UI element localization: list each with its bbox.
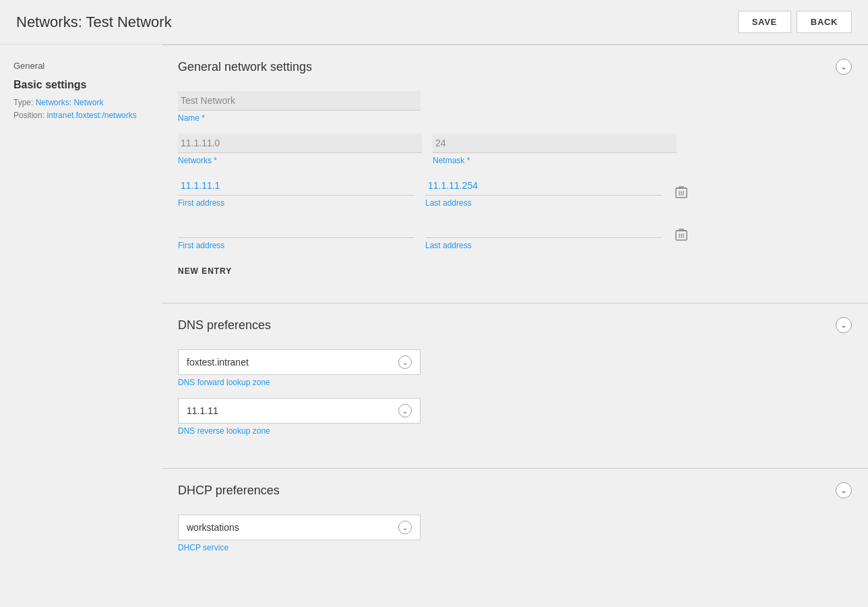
last-address-label-1: Last address	[425, 198, 662, 208]
dhcp-preferences-body: workstations ⌄ DHCP service	[162, 507, 868, 585]
dhcp-service-dropdown[interactable]: workstations ⌄	[178, 515, 421, 540]
dns-preferences-collapse-icon[interactable]: ⌄	[836, 317, 852, 333]
new-entry-button[interactable]: NEW ENTRY	[178, 261, 232, 281]
dhcp-service-chevron-icon: ⌄	[398, 521, 412, 534]
dns-reverse-wrapper: 11.1.11 ⌄ DNS reverse lookup zone	[178, 398, 421, 436]
last-address-group-1: Last address	[425, 176, 662, 208]
dhcp-service-value: workstations	[187, 522, 239, 533]
dns-forward-label: DNS forward lookup zone	[178, 378, 421, 387]
netmask-form-group: Netmask	[433, 134, 677, 165]
save-button[interactable]: SAVE	[738, 11, 791, 33]
sidebar-group-title: Basic settings	[13, 79, 148, 91]
dhcp-service-wrapper: workstations ⌄ DHCP service	[178, 515, 421, 552]
type-label: Type:	[13, 98, 33, 107]
page-title: Networks: Test Network	[16, 13, 172, 31]
first-address-group-2: First address	[178, 219, 414, 250]
network-netmask-row: Networks Netmask	[178, 134, 677, 165]
delete-row-2-button[interactable]	[673, 225, 690, 248]
dns-preferences-title: DNS preferences	[178, 318, 271, 333]
general-network-settings-body: Name Networks Netmask	[162, 83, 868, 303]
main-content: General network settings ⌄ Name Networks	[162, 45, 868, 607]
address-row-1: First address Last address	[178, 176, 690, 208]
last-address-group-2: Last address	[425, 219, 662, 250]
dhcp-preferences-header: DHCP preferences ⌄	[162, 468, 868, 507]
first-address-input-1[interactable]	[178, 176, 414, 196]
name-form-group: Name	[178, 91, 421, 123]
dns-reverse-chevron-icon: ⌄	[398, 404, 412, 417]
dns-preferences-header: DNS preferences ⌄	[162, 303, 868, 341]
delete-row-1-button[interactable]	[673, 183, 690, 205]
dns-forward-value: foxtest.intranet	[187, 357, 249, 368]
first-address-label-1: First address	[178, 198, 414, 208]
general-network-settings-header: General network settings ⌄	[162, 45, 868, 83]
sidebar-section-title: General	[13, 61, 148, 71]
dns-preferences-body: foxtest.intranet ⌄ DNS forward lookup zo…	[162, 341, 868, 468]
netmask-input[interactable]	[433, 134, 677, 153]
dns-reverse-label: DNS reverse lookup zone	[178, 426, 421, 436]
dhcp-service-label: DHCP service	[178, 543, 421, 552]
general-network-settings-collapse-icon[interactable]: ⌄	[836, 59, 852, 75]
dhcp-preferences-title: DHCP preferences	[178, 484, 280, 498]
netmask-label: Netmask	[433, 156, 677, 165]
dns-preferences-section: DNS preferences ⌄ foxtest.intranet ⌄ DNS…	[162, 303, 868, 468]
networks-input[interactable]	[178, 134, 422, 153]
last-address-input-2[interactable]	[425, 219, 662, 238]
dns-reverse-dropdown[interactable]: 11.1.11 ⌄	[178, 398, 421, 424]
sidebar-meta: Type: Networks: Network Position: intran…	[13, 96, 148, 122]
general-network-settings-title: General network settings	[178, 60, 312, 74]
dhcp-preferences-section: DHCP preferences ⌄ workstations ⌄ DHCP s…	[162, 468, 868, 585]
dns-reverse-value: 11.1.11	[187, 405, 218, 416]
first-address-label-2: First address	[178, 241, 414, 250]
page-header: Networks: Test Network SAVE BACK	[0, 0, 868, 45]
type-value: Networks: Network	[36, 98, 104, 107]
general-network-settings-section: General network settings ⌄ Name Networks	[162, 45, 868, 303]
first-address-group-1: First address	[178, 176, 414, 208]
networks-label: Networks	[178, 156, 422, 165]
networks-form-group: Networks	[178, 134, 422, 165]
sidebar: General Basic settings Type: Networks: N…	[0, 45, 162, 607]
position-label: Position:	[13, 111, 44, 120]
header-buttons: SAVE BACK	[738, 11, 852, 33]
dhcp-preferences-collapse-icon[interactable]: ⌄	[836, 482, 852, 498]
position-value: intranet.foxtest:/networks	[46, 111, 136, 120]
first-address-input-2[interactable]	[178, 219, 414, 238]
back-button[interactable]: BACK	[797, 11, 852, 33]
dns-forward-dropdown[interactable]: foxtest.intranet ⌄	[178, 349, 421, 375]
last-address-label-2: Last address	[425, 241, 662, 250]
name-input[interactable]	[178, 91, 421, 111]
name-label: Name	[178, 113, 421, 123]
address-row-2: First address Last address	[178, 219, 690, 250]
dns-forward-chevron-icon: ⌄	[398, 355, 412, 369]
last-address-input-1[interactable]	[425, 176, 662, 196]
dns-forward-wrapper: foxtest.intranet ⌄ DNS forward lookup zo…	[178, 349, 421, 387]
